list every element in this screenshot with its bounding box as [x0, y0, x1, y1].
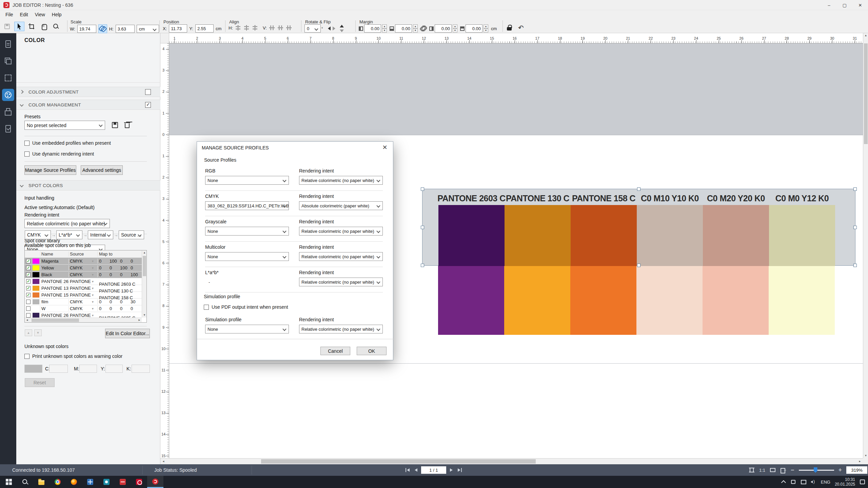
fit-page-icon[interactable] [749, 467, 755, 473]
table-vertical-scrollbar[interactable]: ▲ ▼ [142, 250, 146, 318]
menu-item[interactable]: View [32, 11, 48, 18]
taskbar-app-button[interactable] [66, 476, 82, 488]
selection-handle[interactable] [421, 226, 424, 229]
close-button[interactable]: ✕ [852, 0, 868, 10]
spot-source[interactable]: CMYK [68, 259, 92, 264]
section-spot-colors[interactable]: SPOT COLORS [16, 180, 160, 190]
taskbar-app-button[interactable] [33, 476, 50, 488]
menu-item[interactable]: Edit [17, 11, 32, 18]
priority-select-3[interactable]: Internal [88, 230, 113, 239]
profile-select[interactable]: None [205, 227, 289, 236]
rotate-angle-select[interactable]: 0 [304, 24, 321, 33]
section-color-adjustment[interactable]: COLOR ADJUSTMENT [16, 87, 160, 97]
last-page-icon[interactable] [457, 468, 462, 472]
dynamic-intent-row[interactable]: Use dynamic rendering intent [24, 151, 94, 157]
source-dropdown-icon[interactable]: ▾ [92, 286, 97, 290]
spot-source[interactable]: CMYK [68, 299, 92, 304]
spot-source[interactable]: CMYK [68, 272, 92, 277]
priority-select-1[interactable]: CMYK [25, 230, 51, 239]
spot-color-row[interactable]: PANTONE 2695 PANTONE ▾ PANTONE 2695 C [25, 312, 142, 318]
scale-link-button[interactable] [98, 24, 107, 33]
k-field[interactable] [132, 365, 150, 373]
source-dropdown-icon[interactable]: ▾ [92, 259, 97, 263]
selection-handle[interactable] [853, 187, 857, 191]
simulation-profile-select[interactable]: None [205, 325, 289, 333]
swatch-row-original[interactable] [438, 266, 835, 335]
color-management-checkbox[interactable] [145, 102, 151, 108]
sidebar-tool-button[interactable] [2, 72, 14, 84]
sidebar-tool-button[interactable] [2, 106, 14, 118]
warning-color-row[interactable]: Print unknown spot colors as warning col… [24, 353, 122, 359]
selection-handle[interactable] [637, 264, 640, 267]
warning-color-checkbox[interactable] [24, 354, 29, 359]
profile-select[interactable]: None [205, 252, 289, 261]
margin-input-2[interactable]: 0.00 [395, 24, 412, 33]
margin-input-3[interactable]: 0.00 [435, 24, 452, 33]
maximize-button[interactable]: ▢ [837, 0, 852, 10]
selection-handle[interactable] [637, 187, 640, 191]
source-dropdown-icon[interactable]: ▾ [92, 300, 97, 304]
margin-link-icon[interactable] [420, 25, 427, 32]
minimize-button[interactable]: ‒ [821, 0, 837, 10]
embedded-profiles-row[interactable]: Use embedded profiles when present [24, 140, 111, 146]
source-dropdown-icon[interactable]: ▾ [92, 273, 97, 277]
y-field[interactable] [105, 365, 123, 373]
fit-width-icon[interactable] [770, 467, 776, 473]
first-page-icon[interactable] [406, 468, 410, 472]
spot-source[interactable]: PANTONE [68, 279, 92, 284]
move-up-button[interactable]: ▲ [25, 329, 32, 336]
selection-handle[interactable] [853, 226, 857, 229]
taskbar-app-button[interactable] [98, 476, 115, 488]
source-dropdown-icon[interactable]: ▾ [92, 313, 97, 317]
spot-enabled-checkbox[interactable] [26, 259, 31, 263]
canvas-vertical-scrollbar[interactable]: ▲ ▼ [863, 33, 868, 458]
color-adjustment-checkbox[interactable] [145, 89, 151, 95]
spot-color-row[interactable]: Yellow CMYK ▾ 001000 [25, 265, 142, 271]
rendering-intent-select[interactable]: Relative colorimetric (no paper white) [299, 278, 383, 286]
zoom-slider[interactable] [799, 467, 834, 473]
flip-vertical-icon[interactable] [339, 24, 345, 33]
spot-color-row[interactable]: Magenta CMYK ▾ 010000 [25, 258, 142, 265]
section-color-management[interactable]: COLOR MANAGEMENT [16, 100, 160, 110]
taskbar-app-button[interactable] [17, 476, 33, 488]
spot-color-row[interactable]: Black CMYK ▾ 000100 [25, 271, 142, 278]
margin-spinner-4[interactable]: ▲▼ [484, 24, 488, 33]
selection-handle[interactable] [421, 187, 424, 191]
spot-source[interactable]: PANTONE [68, 286, 92, 291]
spot-enabled-checkbox[interactable] [26, 306, 31, 311]
profile-select[interactable]: 383_062_B129.SSF114.HD.C_PETtr.W.BOP... [205, 201, 289, 210]
pdf-output-intent-row[interactable]: Use PDF output intent when present [204, 304, 288, 310]
scale-unit-select[interactable]: cm [137, 25, 159, 33]
source-dropdown-icon[interactable]: ▾ [92, 293, 97, 297]
edit-color-editor-button[interactable]: Edit In Color Editor... [105, 329, 150, 338]
align-top-icon[interactable] [269, 24, 275, 31]
height-input[interactable]: 3.63 [116, 25, 135, 33]
selection-handle[interactable] [853, 264, 857, 267]
spot-enabled-checkbox[interactable] [26, 300, 31, 304]
presets-select[interactable]: No preset selected [24, 121, 105, 130]
spot-color-row[interactable]: PANTONE 2603 PANTONE ▾ PANTONE 2603 C [25, 278, 142, 285]
tray-display-icon[interactable] [790, 480, 796, 484]
delete-preset-icon[interactable] [124, 122, 131, 128]
margin-spinner-1[interactable]: ▲▼ [382, 24, 387, 33]
sidebar-tool-button[interactable] [2, 55, 14, 67]
align-left-icon[interactable] [235, 24, 241, 31]
y-input[interactable]: 2.55 [195, 24, 214, 33]
spot-source[interactable]: CMYK [68, 306, 92, 311]
clock[interactable]: 10:31 20.01.2025 [835, 477, 855, 487]
menu-item[interactable]: File [2, 11, 17, 18]
rendering-intent-select[interactable]: Relative colorimetric (no paper white) [299, 252, 383, 261]
spot-enabled-checkbox[interactable] [26, 293, 31, 297]
sidebar-tool-button[interactable] [2, 38, 14, 50]
align-bottom-icon[interactable] [285, 24, 292, 31]
selected-swatch-object[interactable]: PANTONE 2603 CPANTONE 130 CPANTONE 158 C… [422, 189, 855, 266]
previous-page-icon[interactable] [413, 468, 418, 472]
spot-enabled-checkbox[interactable] [26, 266, 31, 270]
selection-handle[interactable] [421, 264, 424, 267]
zoom-in-button[interactable]: + [839, 467, 842, 473]
notification-center-icon[interactable] [860, 480, 865, 484]
align-v-center-icon[interactable] [277, 24, 284, 31]
actual-size-button[interactable]: 1:1 [759, 468, 765, 473]
hidden-icons-chevron[interactable] [781, 480, 786, 485]
table-horizontal-scrollbar[interactable]: ◄ ► [25, 318, 142, 322]
